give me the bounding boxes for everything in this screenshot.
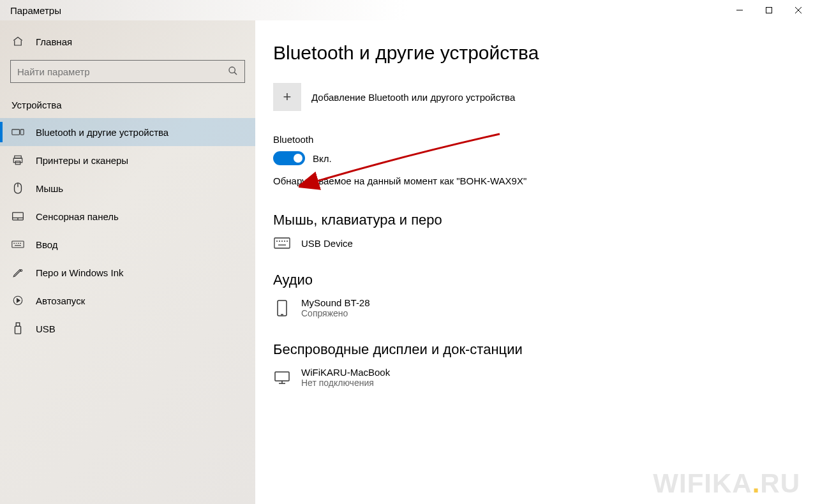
usb-icon	[11, 322, 24, 335]
sidebar: Главная Устройства Bluetooth и другие ус…	[0, 20, 255, 504]
svg-rect-16	[12, 241, 24, 248]
sidebar-item-label: USB	[36, 323, 56, 334]
phone-icon	[273, 299, 291, 317]
sidebar-section-label: Устройства	[0, 83, 255, 118]
sidebar-item-label: Сенсорная панель	[36, 211, 119, 222]
home-icon	[11, 36, 24, 47]
mouse-icon	[11, 182, 24, 195]
autoplay-icon	[11, 295, 24, 306]
device-wifikaru-macbook[interactable]: WiFiKARU-MacBook Нет подключения	[273, 367, 795, 388]
maximize-button[interactable]	[754, 0, 784, 20]
add-device-label: Добавление Bluetooth или другого устройс…	[311, 92, 515, 103]
sidebar-item-typing[interactable]: Ввод	[0, 230, 255, 258]
bluetooth-toggle[interactable]	[273, 151, 305, 165]
keyboard-icon	[11, 240, 24, 249]
section-title-wireless-displays: Беспроводные дисплеи и док-станции	[273, 341, 795, 358]
discoverable-text: Обнаруживаемое на данный момент как "BOH…	[273, 175, 795, 186]
sidebar-item-bluetooth[interactable]: Bluetooth и другие устройства	[0, 118, 255, 146]
svg-rect-7	[20, 130, 24, 135]
device-status: Нет подключения	[301, 378, 390, 388]
section-title-mouse-keyboard: Мышь, клавиатура и перо	[273, 212, 795, 228]
search-input[interactable]	[17, 66, 228, 77]
monitor-icon	[273, 371, 291, 385]
svg-rect-9	[13, 158, 22, 163]
svg-rect-6	[12, 130, 20, 135]
sidebar-item-pen[interactable]: Перо и Windows Ink	[0, 258, 255, 286]
section-title-audio: Аудио	[273, 272, 795, 288]
sidebar-item-touchpad[interactable]: Сенсорная панель	[0, 202, 255, 230]
sidebar-nav: Bluetooth и другие устройства Принтеры и…	[0, 118, 255, 343]
search-icon	[228, 66, 238, 78]
pen-icon	[11, 267, 24, 278]
svg-rect-33	[278, 300, 287, 316]
window-controls	[725, 0, 813, 20]
page-title: Bluetooth и другие устройства	[273, 42, 795, 64]
svg-rect-26	[274, 238, 290, 248]
svg-rect-25	[15, 326, 20, 334]
sidebar-item-label: Перо и Windows Ink	[36, 267, 124, 278]
sidebar-item-label: Принтеры и сканеры	[36, 155, 128, 166]
bluetooth-state: Вкл.	[313, 153, 332, 164]
search-box[interactable]	[10, 60, 245, 83]
sidebar-item-label: Мышь	[36, 183, 63, 194]
printer-icon	[11, 154, 24, 166]
svg-line-5	[234, 72, 237, 75]
sidebar-item-label: Автозапуск	[36, 295, 85, 306]
add-device-button[interactable]: + Добавление Bluetooth или другого устро…	[273, 83, 795, 111]
svg-point-4	[229, 67, 235, 73]
titlebar: Параметры	[0, 0, 813, 20]
keyboard-icon	[273, 237, 291, 249]
svg-rect-24	[16, 323, 19, 326]
touchpad-icon	[11, 211, 24, 221]
device-status: Сопряжено	[301, 308, 370, 318]
home-link[interactable]: Главная	[0, 28, 255, 55]
sidebar-item-label: Bluetooth и другие устройства	[36, 127, 168, 138]
close-button[interactable]	[784, 0, 813, 20]
sidebar-item-usb[interactable]: USB	[0, 315, 255, 343]
bluetooth-devices-icon	[11, 127, 24, 137]
main-content: Bluetooth и другие устройства + Добавлен…	[255, 20, 813, 504]
sidebar-item-mouse[interactable]: Мышь	[0, 174, 255, 202]
device-name: WiFiKARU-MacBook	[301, 367, 390, 378]
device-name: USB Device	[301, 238, 353, 249]
home-label: Главная	[36, 36, 72, 47]
sidebar-item-printers[interactable]: Принтеры и сканеры	[0, 146, 255, 174]
svg-rect-35	[275, 372, 289, 381]
sidebar-item-label: Ввод	[36, 239, 58, 250]
minimize-button[interactable]	[725, 0, 754, 20]
device-name: MySound BT-28	[301, 297, 370, 308]
device-mysound[interactable]: MySound BT-28 Сопряжено	[273, 297, 795, 318]
device-usb[interactable]: USB Device	[273, 237, 795, 249]
sidebar-item-autoplay[interactable]: Автозапуск	[0, 286, 255, 315]
bluetooth-label: Bluetooth	[273, 134, 795, 145]
plus-icon: +	[273, 83, 301, 111]
svg-rect-1	[766, 8, 772, 13]
window-title: Параметры	[10, 5, 61, 16]
